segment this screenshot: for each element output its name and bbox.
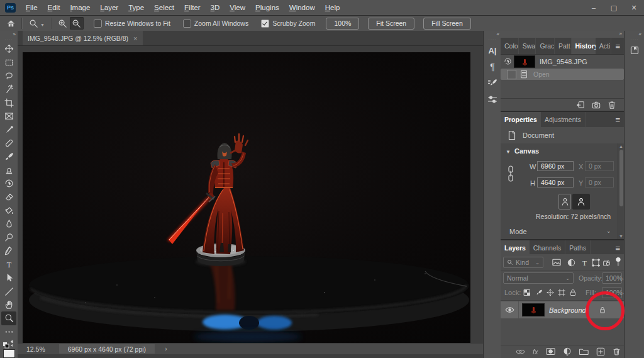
blur-tool[interactable] <box>1 217 16 230</box>
tab-history[interactable]: History <box>572 38 596 54</box>
close-button[interactable]: ✕ <box>624 0 644 15</box>
new-doc-from-state-icon[interactable] <box>576 101 585 109</box>
delete-layer-trash-icon[interactable] <box>613 347 621 356</box>
delete-state-trash-icon[interactable] <box>608 101 616 109</box>
panel-group-header[interactable]: » <box>501 31 624 38</box>
foreground-color-swatch[interactable] <box>3 349 15 358</box>
menu-filter[interactable]: Filter <box>179 4 206 11</box>
menu-image[interactable]: Image <box>65 4 95 11</box>
tab-color[interactable]: Colo <box>501 38 519 54</box>
fill-screen-button[interactable]: Fill Screen <box>423 18 471 30</box>
new-layer-icon[interactable] <box>596 347 605 356</box>
tab-paths[interactable]: Paths <box>565 240 591 255</box>
filter-toggle-icon[interactable] <box>615 257 621 267</box>
lock-pixels-brush-icon[interactable] <box>535 289 543 296</box>
tab-swatches[interactable]: Swa <box>519 38 536 54</box>
history-state-checkbox[interactable] <box>507 70 516 79</box>
paint-bucket-tool[interactable] <box>1 204 16 217</box>
tab-patterns[interactable]: Patt <box>555 38 572 54</box>
snapshot-thumbnail[interactable] <box>514 56 535 67</box>
adjustment-layer-icon[interactable] <box>563 347 572 356</box>
y-field[interactable]: 0 px <box>585 177 614 187</box>
layer-mask-icon[interactable] <box>546 347 555 355</box>
filter-adjustment-layers-icon[interactable] <box>567 259 575 267</box>
filter-pixel-layers-icon[interactable] <box>552 259 561 266</box>
scrollbar-thumb[interactable] <box>619 150 623 206</box>
document-tab[interactable]: IMG_9548.JPG @ 12.5% (RGB/8) × <box>23 31 143 45</box>
marquee-tool[interactable] <box>1 55 16 69</box>
zoom-tool-preset[interactable] <box>26 17 40 30</box>
filter-shape-layers-icon[interactable] <box>592 259 600 267</box>
filter-type-layers-icon[interactable]: T <box>580 259 589 267</box>
zoom-out-button[interactable] <box>70 17 84 30</box>
pen-tool[interactable] <box>1 244 16 257</box>
menu-view[interactable]: View <box>225 4 250 11</box>
panel-menu-icon[interactable]: ≡ <box>611 240 624 255</box>
brush-settings-panel-icon[interactable] <box>485 76 500 91</box>
menu-plugins[interactable]: Plugins <box>250 4 284 11</box>
frame-tool[interactable] <box>1 109 16 123</box>
chevron-down-icon[interactable]: ▼ <box>40 23 45 27</box>
zoom-tool[interactable] <box>1 311 16 325</box>
new-snapshot-camera-icon[interactable] <box>592 101 601 109</box>
layer-thumbnail[interactable] <box>523 304 544 316</box>
lock-transparency-icon[interactable] <box>523 289 531 296</box>
maximize-button[interactable]: ▢ <box>604 0 624 15</box>
fit-screen-button[interactable]: Fit Screen <box>368 18 414 30</box>
character-panel-icon[interactable]: A| <box>485 43 500 58</box>
tool-presets-panel-icon[interactable] <box>485 92 500 107</box>
tab-actions[interactable]: Acti <box>596 38 612 54</box>
tab-properties[interactable]: Properties <box>501 112 541 127</box>
blend-mode-select[interactable]: Normal ⌄ <box>503 272 574 284</box>
landscape-orientation-button[interactable] <box>572 194 590 210</box>
more-tools[interactable] <box>1 325 16 338</box>
menu-layer[interactable]: Layer <box>95 4 123 11</box>
menu-edit[interactable]: Edit <box>43 4 65 11</box>
scroll-down-icon[interactable]: ▼ <box>618 234 624 238</box>
menu-type[interactable]: Type <box>123 4 149 11</box>
lock-all-icon[interactable] <box>569 289 577 296</box>
scroll-up-icon[interactable]: ▲ <box>618 144 624 148</box>
menu-select[interactable]: Select <box>149 4 179 11</box>
move-tool[interactable] <box>1 42 16 55</box>
portrait-orientation-button[interactable] <box>558 194 571 210</box>
dodge-tool[interactable] <box>1 231 16 244</box>
brush-tool[interactable] <box>1 150 16 163</box>
eraser-tool[interactable] <box>1 190 16 203</box>
tab-adjustments[interactable]: Adjustments <box>541 112 586 127</box>
libraries-grip[interactable]: ···· <box>630 38 638 41</box>
paragraph-panel-icon[interactable]: ¶ <box>485 59 500 74</box>
minimize-button[interactable]: – <box>584 0 604 15</box>
layer-visibility-eye-icon[interactable] <box>505 306 514 313</box>
eyedropper-tool[interactable] <box>1 123 16 136</box>
zoom-all-windows-checkbox[interactable] <box>183 20 191 28</box>
scrubby-zoom-checkbox[interactable] <box>261 20 269 28</box>
home-button[interactable] <box>4 17 18 30</box>
panel-menu-icon[interactable]: ≡ <box>611 38 624 54</box>
tools-grip[interactable]: ···· <box>4 38 13 41</box>
healing-tool[interactable] <box>1 137 16 150</box>
lock-artboard-icon[interactable] <box>558 289 565 296</box>
width-field[interactable]: 6960 px <box>537 161 574 171</box>
menu-file[interactable]: File <box>21 4 43 11</box>
crop-tool[interactable] <box>1 96 16 109</box>
tab-layers[interactable]: Layers <box>501 240 530 255</box>
tab-gradients[interactable]: Grac <box>536 38 555 54</box>
collapse-libraries-icon[interactable]: « <box>639 31 644 37</box>
height-field[interactable]: 4640 px <box>537 177 574 187</box>
tab-close-icon[interactable]: × <box>133 35 137 42</box>
layer-name[interactable]: Background <box>549 306 586 314</box>
line-tool[interactable] <box>1 284 16 298</box>
collapse-tools-icon[interactable]: » <box>13 31 18 37</box>
history-brush-source-icon[interactable] <box>501 57 514 65</box>
menu-3d[interactable]: 3D <box>206 4 225 11</box>
layer-effects-fx-icon[interactable]: fx <box>533 348 538 355</box>
lasso-tool[interactable] <box>1 69 16 82</box>
history-state-row[interactable]: Open <box>501 69 624 80</box>
opacity-value-select[interactable]: 100% ⌄ <box>602 272 622 284</box>
magic-wand-tool[interactable] <box>1 82 16 96</box>
lock-position-icon[interactable] <box>547 289 554 296</box>
history-brush-tool[interactable] <box>1 177 16 190</box>
photo-canvas[interactable] <box>23 52 470 343</box>
hand-tool[interactable] <box>1 298 16 311</box>
